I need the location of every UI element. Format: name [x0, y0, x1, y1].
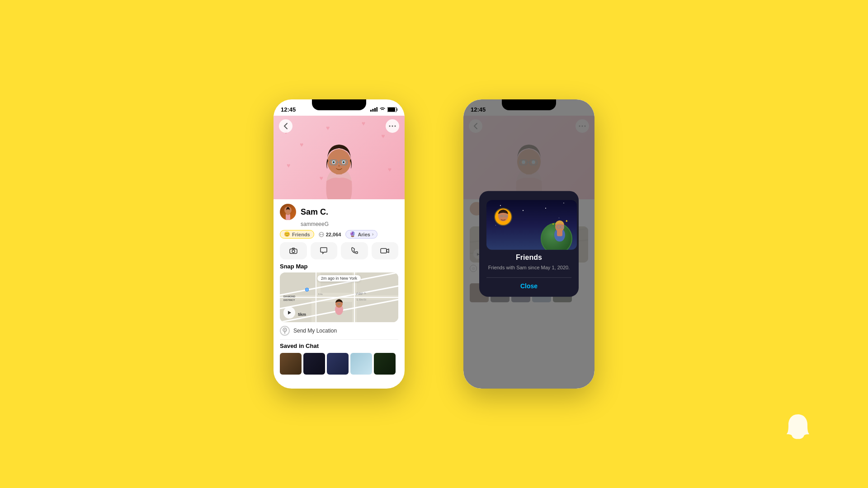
modal-title: Friends [486, 253, 571, 262]
send-location-label-left: Send My Location [293, 328, 337, 334]
profile-username: sammeeeG [301, 221, 398, 227]
map-distance-label: 5km [298, 312, 306, 317]
score-badge: 22,064 [319, 232, 341, 237]
wifi-icon [379, 107, 386, 112]
svg-rect-1 [373, 109, 374, 112]
name-row: Sam C. [280, 204, 398, 220]
map-background: E 54th St E 53rd St 6 Av E 56m DIAMOND D… [280, 272, 398, 322]
back-button-left[interactable] [279, 119, 292, 133]
sun-bitmoji [491, 205, 516, 230]
signal-icon [370, 107, 377, 112]
svg-point-18 [333, 161, 335, 163]
aries-label: Aries [358, 232, 370, 237]
bitmoji-left [316, 129, 362, 199]
video-button[interactable] [372, 242, 399, 259]
chat-photo-1 [280, 353, 302, 375]
snap-map-left[interactable]: E 54th St E 53rd St 6 Av E 56m DIAMOND D… [280, 272, 398, 322]
svg-rect-86 [500, 215, 504, 217]
svg-point-9 [395, 126, 396, 127]
svg-text:6 Av: 6 Av [318, 293, 323, 296]
profile-header-left: ♥ ♥ ♥ ♥ ♥ ♥ ♥ ♥ ♥ [274, 116, 405, 199]
modal-scene: ✦ ✦ [486, 200, 577, 250]
phone-button[interactable] [341, 242, 368, 259]
chat-photo-4 [350, 353, 372, 375]
phone-right: 12:45 [463, 99, 594, 389]
action-buttons [280, 242, 398, 259]
riding-bitmoji: ✦ ✦ [550, 217, 570, 242]
svg-point-20 [338, 165, 340, 167]
chat-photo-5 [374, 353, 396, 375]
svg-point-25 [320, 234, 321, 235]
chat-photo-3 [327, 353, 349, 375]
profile-info-left: Sam C. sammeeeG 😊 Friends 22,064 [274, 199, 405, 259]
profile-name: Sam C. [301, 207, 328, 217]
svg-rect-0 [370, 110, 372, 112]
svg-point-23 [286, 211, 290, 215]
meta-row: 😊 Friends 22,064 🔮 Aries › [280, 230, 398, 239]
svg-point-8 [392, 126, 393, 127]
phone-left: 12:45 [274, 99, 405, 389]
modal-subtitle: Friends with Sam since May 1, 2020. [486, 264, 571, 271]
svg-rect-87 [504, 215, 508, 217]
more-button-left[interactable] [386, 119, 399, 133]
friends-label: Friends [292, 232, 310, 237]
svg-text:DISTRICT: DISTRICT [283, 299, 295, 301]
battery-icon [387, 107, 397, 112]
svg-text:E 53rd St: E 53rd St [357, 298, 366, 301]
camera-button[interactable] [280, 242, 307, 259]
saved-in-chat-title-left: Saved in Chat [274, 340, 405, 351]
bitmoji-svg-left [316, 129, 362, 199]
modal-divider [486, 277, 571, 278]
aries-badge[interactable]: 🔮 Aries › [345, 230, 377, 239]
chat-photos-left [274, 351, 405, 376]
status-icons-left [370, 107, 397, 112]
svg-point-28 [292, 250, 295, 253]
svg-point-19 [343, 161, 344, 163]
svg-point-57 [284, 329, 286, 331]
notch-left [312, 99, 366, 110]
map-play-button[interactable] [283, 307, 295, 319]
svg-text:DIAMOND: DIAMOND [283, 295, 295, 298]
svg-text:E 56m: E 56m [356, 293, 362, 296]
chat-button[interactable] [311, 242, 338, 259]
map-bitmoji [332, 297, 346, 317]
map-time-label: 2m ago in New York [317, 275, 361, 282]
location-icon-left [280, 326, 290, 336]
avatar-small [280, 204, 296, 220]
svg-point-51 [307, 289, 308, 291]
score-icon [319, 232, 324, 237]
svg-rect-3 [377, 107, 378, 112]
snap-map-title-left: Snap Map [274, 263, 405, 270]
svg-rect-2 [374, 108, 376, 112]
aries-arrow: › [372, 232, 373, 237]
friends-badge[interactable]: 😊 Friends [280, 230, 314, 239]
snapchat-logo [782, 411, 814, 443]
svg-text:✦: ✦ [552, 223, 554, 225]
svg-point-7 [389, 126, 391, 127]
aries-symbol: 🔮 [349, 231, 356, 237]
score-value: 22,064 [326, 232, 341, 237]
svg-rect-6 [388, 108, 395, 112]
friends-modal: ✦ ✦ Friends Friends with Sam since May 1… [479, 191, 579, 297]
chat-photo-2 [303, 353, 325, 375]
svg-rect-29 [381, 249, 387, 253]
svg-text:✦: ✦ [565, 219, 568, 223]
time-left: 12:45 [281, 106, 296, 113]
svg-point-26 [321, 234, 323, 235]
svg-rect-5 [397, 108, 398, 111]
ghost-icon [782, 411, 814, 443]
friends-emoji: 😊 [284, 231, 290, 237]
modal-close-button[interactable]: Close [486, 282, 571, 290]
send-location-row-left[interactable]: Send My Location [274, 322, 405, 339]
svg-rect-54 [338, 303, 340, 305]
svg-marker-55 [288, 311, 291, 314]
